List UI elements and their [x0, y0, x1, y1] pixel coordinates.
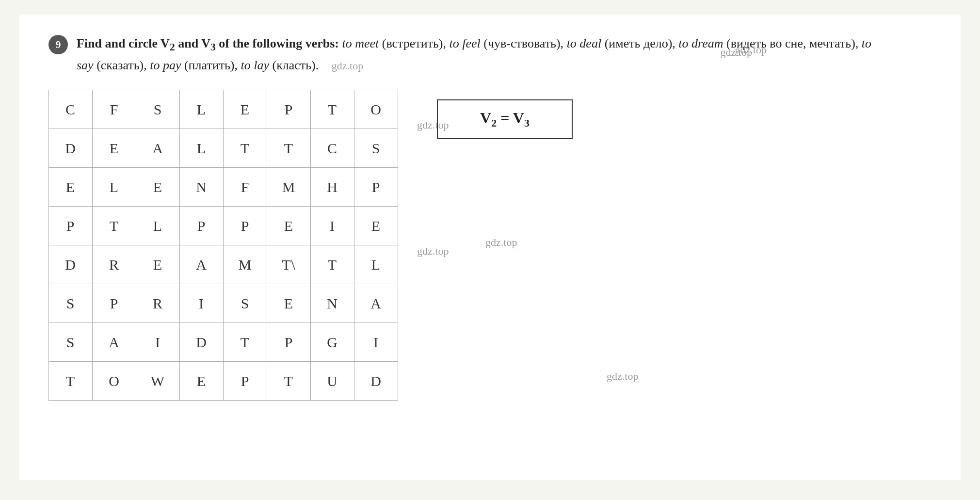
- cell-0-0: C: [49, 90, 93, 129]
- cell-1-0: D: [49, 129, 93, 168]
- cell-5-6: N: [311, 284, 354, 323]
- cell-5-0: S: [49, 284, 93, 323]
- v2v3-label: V2 = V3: [480, 109, 530, 127]
- cell-6-4: T: [224, 323, 267, 362]
- watermark-right-bottom: gdz.top: [607, 370, 638, 383]
- cell-2-1: L: [93, 168, 136, 207]
- cell-3-7: E: [354, 207, 398, 245]
- cell-7-7: D: [354, 362, 398, 401]
- cell-3-4: P: [224, 207, 267, 245]
- cell-7-1: O: [93, 362, 136, 401]
- cell-4-4: M: [224, 245, 267, 284]
- cell-6-2: I: [136, 323, 180, 362]
- cell-7-2: W: [136, 362, 180, 401]
- cell-4-1: R: [93, 245, 136, 284]
- table-row: S A I D T P G I: [49, 323, 398, 362]
- cell-4-6: T: [311, 245, 354, 284]
- instruction-italic-to-lay: to lay: [241, 58, 270, 72]
- cell-1-5: T: [267, 129, 311, 168]
- cell-5-7: A: [354, 284, 398, 323]
- cell-6-6: G: [311, 323, 354, 362]
- cell-4-7: L: [354, 245, 398, 284]
- grid-body: C F S L E P T O D E A L: [49, 90, 398, 401]
- page-container: gdz.top 9 Find and circle V2 and V3 of t…: [19, 15, 961, 480]
- cell-0-2: S: [136, 90, 180, 129]
- cell-0-6: T: [311, 90, 354, 129]
- table-row: D R E A M T\ T L: [49, 245, 398, 284]
- cell-7-3: E: [180, 362, 224, 401]
- cell-3-1: T: [93, 207, 136, 245]
- cell-1-6: C: [311, 129, 354, 168]
- cell-2-3: N: [180, 168, 224, 207]
- table-row: S P R I S E N A: [49, 284, 398, 323]
- cell-5-3: I: [180, 284, 224, 323]
- cell-7-5: T: [267, 362, 311, 401]
- cell-6-0: S: [49, 323, 93, 362]
- cell-2-2: E: [136, 168, 180, 207]
- watermark-header-right: gdz.top: [735, 44, 767, 56]
- cell-6-5: P: [267, 323, 311, 362]
- watermark-top-left: gdz.top: [332, 58, 363, 74]
- instruction-italic-to-dream: to dream: [678, 36, 723, 50]
- cell-5-4: S: [224, 284, 267, 323]
- grid-wrapper: C F S L E P T O D E A L: [48, 90, 398, 401]
- cell-1-4: T: [224, 129, 267, 168]
- exercise-header: 9 Find and circle V2 and V3 of the follo…: [48, 34, 932, 75]
- content-area: C F S L E P T O D E A L: [48, 90, 932, 401]
- cell-2-0: E: [49, 168, 93, 207]
- instruction-italic-to-deal: to deal: [567, 36, 602, 50]
- cell-1-7: S: [354, 129, 398, 168]
- table-row: E L E N F M H P: [49, 168, 398, 207]
- instruction-italic-to-meet: to meet: [342, 36, 379, 50]
- cell-2-6: H: [311, 168, 354, 207]
- cell-0-5: P: [267, 90, 311, 129]
- instruction-italic-to-feel: to feel: [450, 36, 481, 50]
- letter-grid: C F S L E P T O D E A L: [48, 90, 398, 401]
- v2v3-equality-box: V2 = V3: [437, 99, 573, 139]
- table-row: D E A L T T C S: [49, 129, 398, 168]
- cell-0-1: F: [93, 90, 136, 129]
- cell-5-5: E: [267, 284, 311, 323]
- cell-2-7: P: [354, 168, 398, 207]
- right-panel: V2 = V3 gdz.top gdz.top: [437, 90, 638, 383]
- cell-4-2: E: [136, 245, 180, 284]
- exercise-number: 9: [48, 35, 68, 54]
- cell-1-2: A: [136, 129, 180, 168]
- cell-0-3: L: [180, 90, 224, 129]
- cell-1-1: E: [93, 129, 136, 168]
- cell-6-7: I: [354, 323, 398, 362]
- cell-7-6: U: [311, 362, 354, 401]
- cell-1-3: L: [180, 129, 224, 168]
- instruction-italic-to-pay: to pay: [150, 58, 181, 72]
- cell-5-1: P: [93, 284, 136, 323]
- cell-7-4: P: [224, 362, 267, 401]
- table-row: C F S L E P T O: [49, 90, 398, 129]
- instruction-bold-part: Find and circle V2 and V3 of the followi…: [77, 36, 339, 50]
- cell-7-0: T: [49, 362, 93, 401]
- cell-0-7: O: [354, 90, 398, 129]
- cell-3-0: P: [49, 207, 93, 245]
- cell-2-5: M: [267, 168, 311, 207]
- cell-3-3: P: [180, 207, 224, 245]
- cell-4-3: A: [180, 245, 224, 284]
- cell-0-4: E: [224, 90, 267, 129]
- cell-6-1: A: [93, 323, 136, 362]
- cell-3-2: L: [136, 207, 180, 245]
- watermark-right-mid: gdz.top: [485, 236, 517, 249]
- table-row: T O W E P T U D: [49, 362, 398, 401]
- cell-4-0: D: [49, 245, 93, 284]
- cell-4-5: T\: [267, 245, 311, 284]
- cell-3-5: E: [267, 207, 311, 245]
- cell-5-2: R: [136, 284, 180, 323]
- table-row: P T L P P E I E: [49, 207, 398, 245]
- cell-3-6: I: [311, 207, 354, 245]
- cell-2-4: F: [224, 168, 267, 207]
- cell-6-3: D: [180, 323, 224, 362]
